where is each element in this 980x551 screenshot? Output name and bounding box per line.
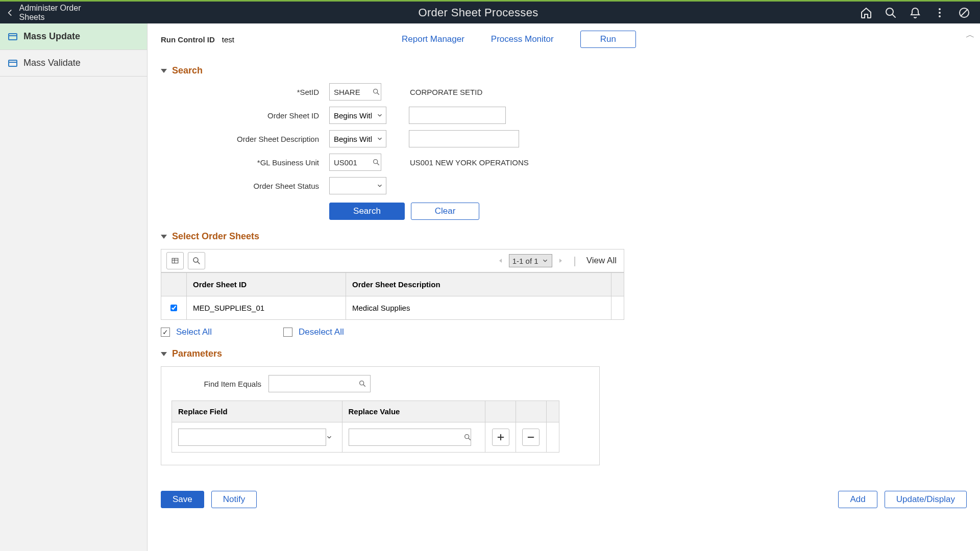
deselect-all-link[interactable]: Deselect All (299, 327, 344, 337)
run-button[interactable]: Run (580, 31, 636, 48)
sheet-id-operator[interactable]: Begins With (329, 107, 386, 124)
lookup-icon[interactable] (463, 433, 472, 441)
sheets-table: 1-1 of 1 | View All Order Sheet ID Order… (161, 249, 624, 320)
gl-bu-label: *GL Business Unit (161, 158, 324, 167)
caret-down-icon (161, 69, 167, 73)
caret-down-icon (161, 235, 167, 239)
pager: 1-1 of 1 | View All (498, 254, 624, 267)
next-page-icon (557, 257, 564, 264)
lookup-icon[interactable] (372, 158, 380, 166)
chevron-left-icon (6, 9, 14, 17)
dropdown-icon (326, 434, 333, 441)
page-title: Order Sheet Processes (106, 6, 850, 19)
svg-point-5 (374, 89, 378, 93)
page-range-select[interactable]: 1-1 of 1 (509, 254, 552, 267)
svg-point-1 (939, 8, 941, 10)
replace-field-select[interactable] (178, 429, 326, 446)
deselect-all-icon (283, 328, 292, 337)
sheet-desc-input[interactable] (409, 130, 519, 147)
view-all-link[interactable]: View All (586, 256, 617, 266)
col-spacer (611, 273, 624, 296)
status-label: Order Sheet Status (161, 182, 324, 190)
svg-point-10 (465, 435, 469, 439)
remove-row-button[interactable] (522, 429, 540, 446)
find-item-label: Find Item Equals (172, 380, 261, 388)
back-button[interactable]: Administer Order Sheets (0, 2, 106, 23)
add-row-button[interactable] (492, 429, 509, 446)
replace-value-input[interactable] (349, 429, 471, 446)
setid-desc: CORPORATE SETID (410, 88, 482, 96)
sidebar-item-mass-update[interactable]: Mass Update (0, 23, 147, 50)
run-control-id-value: test (222, 35, 234, 44)
setid-label: *SetID (161, 88, 324, 96)
cell-sheet-id: MED_SUPPLIES_01 (187, 296, 346, 320)
lookup-icon[interactable] (358, 380, 366, 388)
svg-rect-7 (172, 258, 178, 263)
cell-sheet-desc: Medical Supplies (346, 296, 611, 320)
back-label: Administer Order Sheets (19, 4, 106, 22)
prev-page-icon (498, 257, 504, 264)
add-button[interactable]: Add (838, 491, 877, 508)
select-all-icon (161, 328, 170, 337)
order-sheet-id-label: Order Sheet ID (161, 111, 324, 120)
svg-point-3 (939, 15, 941, 17)
process-monitor-link[interactable]: Process Monitor (491, 34, 554, 44)
col-sheet-id[interactable]: Order Sheet ID (187, 273, 346, 296)
col-replace-field[interactable]: Replace Field (172, 401, 342, 422)
checkbox-header (161, 273, 187, 296)
sidebar-item-icon (8, 60, 17, 67)
replace-table: Replace Field Replace Value (172, 400, 559, 453)
scroll-up-icon[interactable]: ︿ (966, 29, 975, 41)
svg-point-8 (193, 258, 198, 262)
select-sheets-title[interactable]: Select Order Sheets (161, 231, 967, 242)
sheet-id-input[interactable] (409, 107, 506, 124)
page-footer: Save Notify Add Update/Display (161, 491, 967, 508)
run-control-row: Run Control ID test Report Manager Proce… (161, 31, 967, 48)
sidebar-item-label: Mass Validate (23, 58, 81, 68)
sidebar-item-label: Mass Update (23, 31, 80, 42)
svg-point-9 (360, 381, 364, 385)
search-icon[interactable] (884, 6, 897, 19)
bell-icon[interactable] (909, 6, 922, 19)
topbar: Administer Order Sheets Order Sheet Proc… (0, 0, 980, 23)
notify-button[interactable]: Notify (211, 491, 257, 508)
table-row: MED_SUPPLIES_01 Medical Supplies (161, 296, 624, 320)
home-icon[interactable] (860, 6, 873, 19)
more-vertical-icon[interactable] (933, 6, 946, 19)
svg-point-2 (939, 12, 941, 14)
run-control-id-label: Run Control ID (161, 35, 215, 44)
col-sheet-desc[interactable]: Order Sheet Description (346, 273, 611, 296)
gl-bu-desc: US001 NEW YORK OPERATIONS (410, 158, 529, 167)
search-button[interactable]: Search (329, 203, 405, 220)
table-row (172, 422, 559, 453)
svg-point-6 (374, 160, 378, 164)
sidebar-item-mass-validate[interactable]: Mass Validate (0, 50, 147, 77)
find-item-input[interactable] (268, 375, 371, 392)
search-section-title[interactable]: Search (161, 65, 967, 76)
parameters-title[interactable]: Parameters (161, 348, 967, 359)
row-checkbox[interactable] (170, 305, 177, 311)
search-form: *SetID CORPORATE SETID Order Sheet ID Be… (161, 83, 967, 220)
topbar-actions (850, 6, 980, 19)
save-button[interactable]: Save (161, 491, 204, 508)
caret-down-icon (161, 352, 167, 356)
order-sheet-desc-label: Order Sheet Description (161, 135, 324, 143)
grid-search-button[interactable] (188, 252, 205, 269)
bulk-select-row: Select All Deselect All (161, 327, 967, 337)
sidebar-item-icon (8, 33, 17, 40)
col-replace-value[interactable]: Replace Value (342, 401, 485, 422)
grid-settings-button[interactable] (166, 252, 184, 269)
lookup-icon[interactable] (372, 88, 380, 96)
clear-button[interactable]: Clear (411, 203, 479, 220)
update-display-button[interactable]: Update/Display (885, 491, 967, 508)
report-manager-link[interactable]: Report Manager (402, 34, 464, 44)
block-icon[interactable] (958, 6, 971, 19)
select-all-link[interactable]: Select All (176, 327, 212, 337)
parameters-box: Find Item Equals Replace Field Replace V… (161, 366, 600, 465)
status-select[interactable] (329, 177, 386, 194)
sheet-desc-operator[interactable]: Begins With (329, 130, 386, 147)
sidebar: Mass Update Mass Validate (0, 23, 148, 551)
